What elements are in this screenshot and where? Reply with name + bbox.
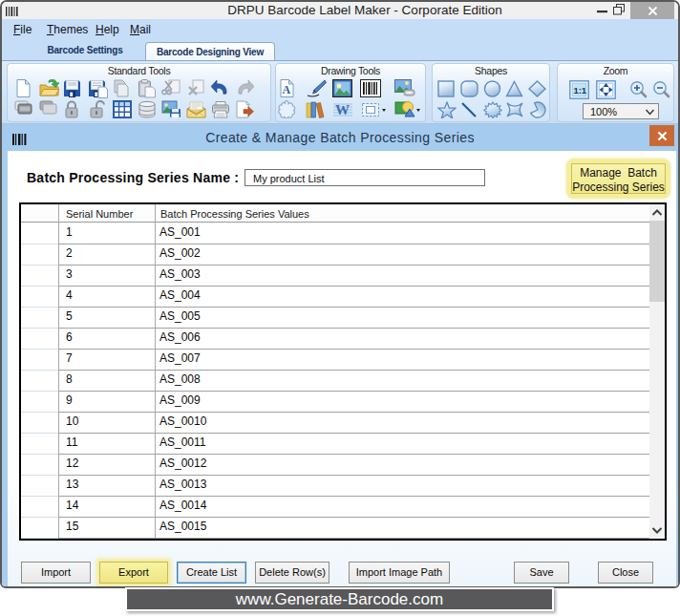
svg-text:1:1: 1:1 <box>573 85 586 96</box>
svg-text:A: A <box>283 83 291 96</box>
svg-text:W: W <box>335 102 350 117</box>
